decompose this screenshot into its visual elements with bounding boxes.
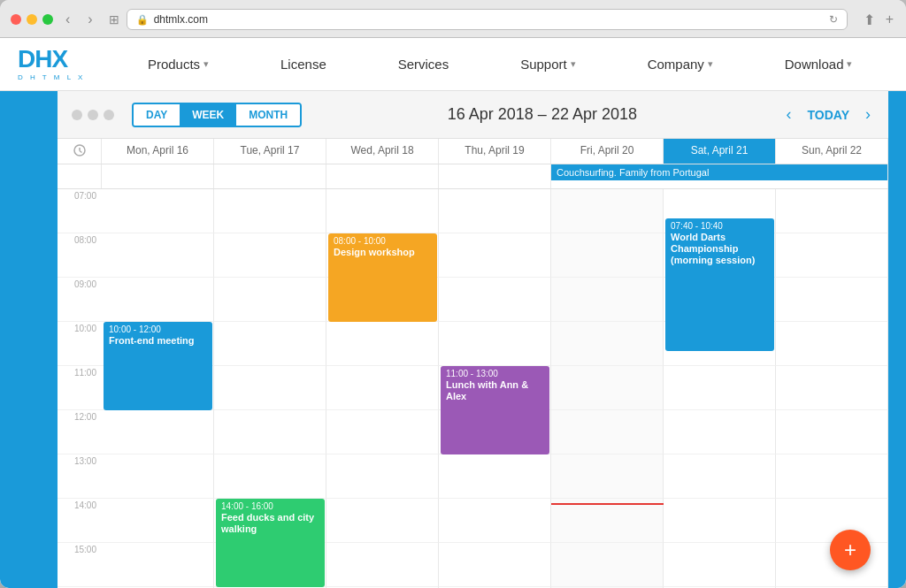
time-cell-8-2[interactable]: [326, 543, 439, 587]
time-cell-7-4[interactable]: [551, 499, 664, 543]
time-cell-1-3[interactable]: [439, 233, 551, 278]
time-cell-6-2[interactable]: [326, 454, 439, 499]
time-cell-2-3[interactable]: [439, 278, 551, 322]
time-cell-5-6[interactable]: [776, 410, 888, 454]
minimize-button[interactable]: [27, 14, 37, 25]
nav-services[interactable]: Services: [388, 50, 460, 79]
nav-arrows: ‹ TODAY ›: [783, 102, 874, 127]
time-cell-1-1[interactable]: [214, 233, 326, 278]
window-dot-3: [104, 110, 114, 120]
time-cell-3-4[interactable]: [551, 322, 664, 366]
view-tabs: DAY WEEK MONTH: [132, 103, 302, 127]
tab-week[interactable]: WEEK: [180, 104, 236, 126]
refresh-icon[interactable]: ↻: [829, 13, 838, 26]
tab-day[interactable]: DAY: [134, 104, 180, 126]
time-cell-4-5[interactable]: [664, 366, 776, 410]
share-button[interactable]: ⬆: [862, 10, 877, 30]
time-cell-5-3[interactable]: [439, 410, 551, 454]
time-cell-3-5[interactable]: [664, 322, 776, 366]
time-cell-6-3[interactable]: [439, 454, 551, 499]
time-cell-6-5[interactable]: [664, 454, 776, 499]
time-cell-1-5[interactable]: [664, 233, 776, 278]
time-cell-0-2[interactable]: [326, 189, 439, 233]
time-cell-5-2[interactable]: [326, 410, 439, 454]
logo-text: DHX: [18, 47, 85, 72]
time-cell-7-0[interactable]: [102, 499, 214, 543]
site-navbar: DHX D H T M L X Products ▾ License Servi…: [0, 38, 906, 91]
time-cell-3-0[interactable]: [102, 322, 214, 366]
nav-license[interactable]: License: [270, 50, 337, 79]
time-cell-5-1[interactable]: [214, 410, 326, 454]
time-cell-6-1[interactable]: [214, 454, 326, 499]
browser-titlebar: ‹ › ⊞ 🔒 dhtmlx.com ↻ ⬆ +: [11, 9, 895, 30]
prev-week-button[interactable]: ‹: [783, 102, 795, 127]
url-display: dhtmlx.com: [154, 13, 208, 26]
time-cell-4-4[interactable]: [551, 366, 664, 410]
day-header-tue: Tue, April 17: [214, 139, 326, 164]
time-cell-8-5[interactable]: [664, 543, 776, 587]
today-button[interactable]: TODAY: [801, 104, 856, 126]
nav-download[interactable]: Download ▾: [774, 50, 864, 79]
time-cell-5-5[interactable]: [664, 410, 776, 454]
time-cell-4-6[interactable]: [776, 366, 888, 410]
site-logo[interactable]: DHX D H T M L X: [18, 47, 85, 81]
maximize-button[interactable]: [42, 14, 53, 25]
time-cell-0-6[interactable]: [776, 189, 888, 233]
time-cell-2-2[interactable]: [326, 278, 439, 322]
right-sidebar: [888, 91, 906, 588]
nav-company[interactable]: Company ▾: [637, 50, 724, 79]
time-cell-7-1[interactable]: [214, 499, 326, 543]
time-cell-3-2[interactable]: [326, 322, 439, 366]
time-cell-4-1[interactable]: [214, 366, 326, 410]
nav-products[interactable]: Products ▾: [137, 50, 219, 79]
time-cell-2-0[interactable]: [102, 278, 214, 322]
time-cell-2-4[interactable]: [551, 278, 664, 322]
time-cell-2-6[interactable]: [776, 278, 888, 322]
time-cell-8-1[interactable]: [214, 543, 326, 587]
time-cell-0-1[interactable]: [214, 189, 326, 233]
time-cell-0-5[interactable]: [664, 189, 776, 233]
time-cell-6-0[interactable]: [102, 454, 214, 499]
time-cell-8-3[interactable]: [439, 543, 551, 587]
address-bar[interactable]: 🔒 dhtmlx.com ↻: [127, 9, 848, 30]
all-day-wed: [326, 164, 439, 188]
lock-icon: 🔒: [136, 14, 149, 26]
time-cell-1-6[interactable]: [776, 233, 888, 278]
next-week-button[interactable]: ›: [862, 102, 874, 127]
new-tab-button[interactable]: +: [884, 10, 895, 30]
close-button[interactable]: [11, 14, 21, 25]
time-cell-3-6[interactable]: [776, 322, 888, 366]
time-cell-3-3[interactable]: [439, 322, 551, 366]
couchsurfing-event[interactable]: Couchsurfing. Family from Portugal: [551, 164, 887, 180]
time-cell-4-3[interactable]: [439, 366, 551, 410]
time-cell-0-0[interactable]: [102, 189, 214, 233]
time-cell-7-2[interactable]: [326, 499, 439, 543]
time-cell-6-4[interactable]: [551, 454, 664, 499]
time-cell-0-3[interactable]: [439, 189, 551, 233]
time-cell-1-4[interactable]: [551, 233, 664, 278]
time-cell-2-1[interactable]: [214, 278, 326, 322]
time-cell-1-0[interactable]: [102, 233, 214, 278]
time-cell-4-2[interactable]: [326, 366, 439, 410]
nav-support[interactable]: Support ▾: [510, 50, 587, 79]
time-cell-8-4[interactable]: [551, 543, 664, 587]
time-cell-1-2[interactable]: [326, 233, 439, 278]
time-cell-3-1[interactable]: [214, 322, 326, 366]
add-event-button[interactable]: +: [830, 530, 871, 570]
time-cell-8-0[interactable]: [102, 543, 214, 587]
time-cell-5-4[interactable]: [551, 410, 664, 454]
time-cell-7-6[interactable]: [776, 499, 888, 543]
time-cell-4-0[interactable]: [102, 366, 214, 410]
forward-button[interactable]: ›: [82, 10, 97, 29]
tab-month[interactable]: MONTH: [236, 104, 300, 126]
time-grid[interactable]: 07:0008:0009:0010:0011:0012:0013:0014:00…: [58, 189, 888, 588]
time-cell-2-5[interactable]: [664, 278, 776, 322]
time-cell-0-4[interactable]: [551, 189, 664, 233]
back-button[interactable]: ‹: [60, 10, 75, 29]
time-cell-6-6[interactable]: [776, 454, 888, 499]
left-sidebar: [0, 91, 58, 588]
window-dots: [72, 110, 114, 120]
time-cell-5-0[interactable]: [102, 410, 214, 454]
time-cell-7-3[interactable]: [439, 499, 551, 543]
time-cell-7-5[interactable]: [664, 499, 776, 543]
